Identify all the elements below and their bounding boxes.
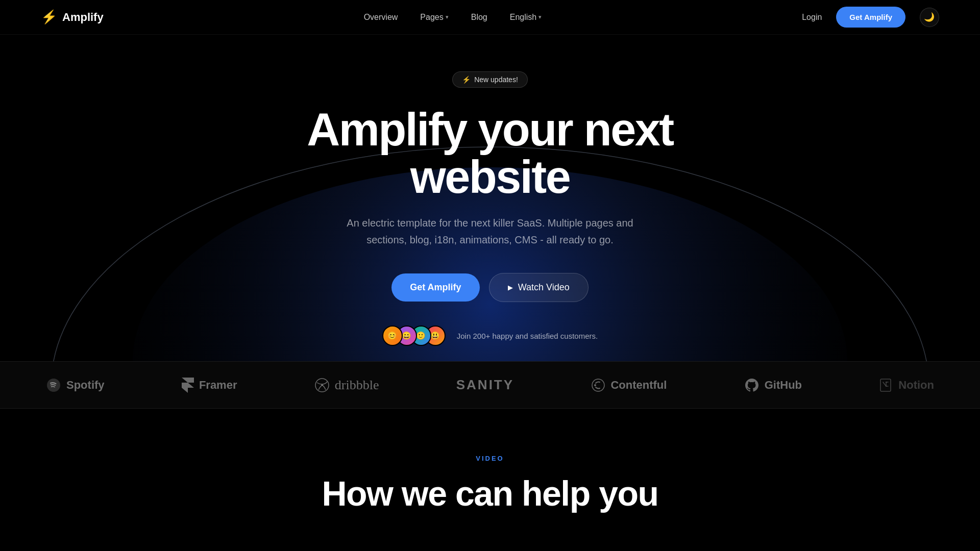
chevron-down-icon: ▾ bbox=[538, 14, 542, 20]
video-section-title: How we can help you bbox=[41, 473, 939, 513]
svg-point-4 bbox=[592, 379, 604, 391]
dark-mode-button[interactable]: 🌙 bbox=[920, 8, 939, 27]
avatar: 😊 bbox=[382, 325, 403, 346]
brand-contentful-label: Contentful bbox=[610, 379, 667, 392]
brand-github-label: GitHub bbox=[765, 379, 802, 392]
logo-icon: ⚡ bbox=[41, 9, 57, 25]
svg-point-5 bbox=[594, 384, 596, 386]
brand-notion-label: Notion bbox=[898, 379, 934, 392]
brand-framer: Framer bbox=[182, 378, 237, 393]
watch-video-label: Watch Video bbox=[518, 282, 570, 293]
nav-links: Overview Pages ▾ Blog English ▾ bbox=[364, 13, 542, 22]
brand-contentful: Contentful bbox=[591, 378, 667, 392]
navbar: ⚡ Amplify Overview Pages ▾ Blog English … bbox=[0, 0, 980, 35]
play-icon: ▶ bbox=[508, 284, 513, 291]
brands-bar: Spotify Framer dribbble SANITY Contentfu… bbox=[0, 361, 980, 409]
hero-watch-video-button[interactable]: ▶ Watch Video bbox=[489, 273, 589, 302]
video-section-label: VIDEO bbox=[41, 455, 939, 462]
nav-link-blog[interactable]: Blog bbox=[471, 13, 487, 22]
avatars: 😊 😄 🙂 😃 bbox=[382, 325, 446, 346]
brand-framer-label: Framer bbox=[199, 379, 237, 392]
brand-sanity-label: SANITY bbox=[456, 377, 514, 392]
nav-logo[interactable]: ⚡ Amplify bbox=[41, 9, 104, 25]
brand-dribbble-label: dribbble bbox=[335, 378, 379, 393]
new-updates-badge[interactable]: ⚡ New updates! bbox=[452, 71, 528, 88]
spotify-icon bbox=[46, 378, 61, 393]
badge-text: New updates! bbox=[474, 76, 518, 84]
hero-buttons: Get Amplify ▶ Watch Video bbox=[10, 273, 970, 302]
hero-get-amplify-button[interactable]: Get Amplify bbox=[391, 273, 479, 302]
chevron-down-icon: ▾ bbox=[446, 14, 449, 20]
nav-link-language[interactable]: English ▾ bbox=[510, 13, 542, 22]
svg-point-2 bbox=[47, 379, 60, 392]
nav-link-overview[interactable]: Overview bbox=[364, 13, 398, 22]
hero-subtitle: An electric template for the next killer… bbox=[345, 215, 635, 248]
brand-github: GitHub bbox=[744, 378, 802, 393]
notion-icon bbox=[879, 378, 893, 392]
brand-spotify-label: Spotify bbox=[66, 379, 105, 392]
dribbble-icon bbox=[314, 378, 330, 393]
brand-notion: Notion bbox=[879, 378, 934, 392]
login-link[interactable]: Login bbox=[802, 13, 822, 22]
social-proof: 😊 😄 🙂 😃 Join 200+ happy and satisfied cu… bbox=[10, 325, 970, 361]
nav-cta-button[interactable]: Get Amplify bbox=[836, 7, 905, 28]
hero-title: Amplify your next website bbox=[235, 106, 745, 201]
brand-dribbble: dribbble bbox=[314, 378, 379, 393]
framer-icon bbox=[182, 378, 194, 393]
brand-sanity: SANITY bbox=[456, 377, 514, 393]
github-icon bbox=[744, 378, 760, 393]
contentful-icon bbox=[591, 378, 605, 392]
badge-icon: ⚡ bbox=[462, 76, 471, 84]
social-proof-text: Join 200+ happy and satisfied customers. bbox=[457, 332, 598, 340]
video-section: VIDEO How we can help you bbox=[0, 409, 980, 544]
logo-text: Amplify bbox=[62, 11, 104, 24]
brand-spotify: Spotify bbox=[46, 378, 105, 393]
hero-section: ⚡ New updates! Amplify your next website… bbox=[0, 35, 980, 361]
nav-actions: Login Get Amplify 🌙 bbox=[802, 7, 939, 28]
nav-link-pages[interactable]: Pages ▾ bbox=[420, 13, 448, 22]
